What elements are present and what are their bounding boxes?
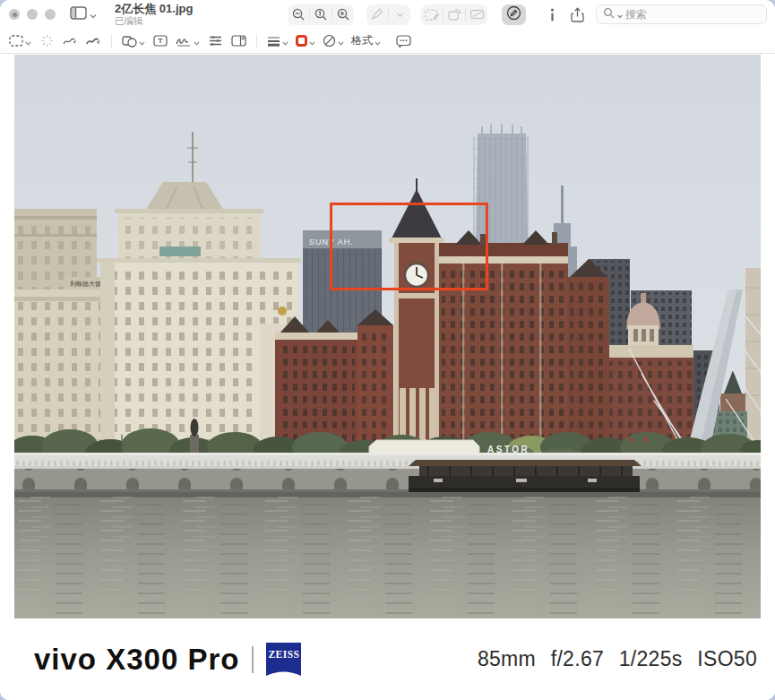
- adjust-color-button[interactable]: [205, 31, 225, 51]
- text-tool-button[interactable]: [151, 31, 170, 51]
- search-chevron-icon: [617, 6, 623, 22]
- river-water: [14, 492, 761, 618]
- white-canopy: [369, 440, 479, 454]
- selection-markup-button[interactable]: [421, 4, 443, 25]
- document-title-block: 2亿长焦 01.jpg 已编辑: [115, 3, 193, 27]
- document-title: 2亿长焦 01.jpg: [115, 3, 193, 16]
- sidebar-toggle-button[interactable]: [70, 6, 97, 23]
- brand-wordmark: vivo X300 Pro: [34, 643, 239, 677]
- photo-image[interactable]: 利顺德大饭店 ASTOR HOTEL: [14, 55, 761, 618]
- chevron-down-icon: [282, 33, 288, 49]
- crop-button[interactable]: [466, 4, 487, 25]
- sign-tool-button[interactable]: [174, 31, 202, 51]
- document-status: 已编辑: [115, 15, 193, 26]
- marker-pen-button[interactable]: [366, 4, 388, 25]
- share-button[interactable]: [567, 4, 587, 25]
- format-label: 格式: [351, 33, 373, 48]
- sidebar-icon: [70, 6, 87, 23]
- shapes-tool-button[interactable]: [120, 31, 147, 51]
- markup-toolbar-toggle-button[interactable]: [502, 4, 526, 25]
- marker-button-group: [366, 4, 410, 25]
- text-format-button[interactable]: 格式: [349, 31, 383, 51]
- edit-button-group: [421, 4, 487, 25]
- rotate-button[interactable]: [443, 4, 465, 25]
- annotation-rectangle[interactable]: [330, 203, 488, 290]
- brand-divider: [252, 646, 254, 673]
- zeiss-logo: ZEISS: [266, 643, 301, 676]
- markup-toolbar: 格式: [0, 29, 775, 54]
- shape-style-button[interactable]: [265, 31, 290, 51]
- info-button[interactable]: [542, 4, 562, 25]
- chevron-down-icon: [338, 33, 344, 49]
- zoom-window-button[interactable]: [45, 9, 56, 20]
- preview-window: 2亿长焦 01.jpg 已编辑: [0, 0, 775, 700]
- markup-pencil-icon: [506, 5, 521, 24]
- zoom-in-button[interactable]: [332, 4, 354, 25]
- border-color-swatch: [296, 35, 307, 47]
- pier-boat: [409, 460, 642, 492]
- zoom-out-button[interactable]: [288, 4, 309, 25]
- fill-color-button[interactable]: [321, 31, 346, 51]
- chevron-down-icon: [194, 33, 200, 49]
- zoom-button-group: [288, 4, 354, 25]
- selection-tool-button[interactable]: [7, 31, 33, 51]
- watermark-strip: vivo X300 Pro ZEISS 85mm f/2.67 1/225s I…: [0, 618, 775, 700]
- exif-info: 85mm f/2.67 1/225s ISO50: [478, 647, 775, 671]
- actual-size-button[interactable]: [310, 4, 332, 25]
- instant-alpha-button[interactable]: [37, 31, 56, 51]
- draw-tool-button[interactable]: [83, 31, 103, 51]
- marker-pen-chevron[interactable]: [389, 4, 410, 25]
- document-canvas: 利顺德大饭店 ASTOR HOTEL: [0, 54, 775, 700]
- chevron-down-icon: [375, 33, 381, 49]
- chevron-down-icon: [139, 33, 145, 49]
- photo-canvas: 利顺德大饭店 ASTOR HOTEL: [14, 55, 761, 618]
- close-button[interactable]: [9, 9, 20, 20]
- sketch-tool-button[interactable]: [60, 31, 80, 51]
- search-icon: [603, 6, 615, 22]
- chevron-down-icon: [25, 33, 31, 49]
- traffic-lights: [9, 9, 56, 20]
- chevron-down-icon: [90, 6, 97, 22]
- annotation-comment-button[interactable]: [393, 31, 413, 51]
- brand-lockup: vivo X300 Pro ZEISS: [0, 643, 301, 677]
- title-bar: 2亿长焦 01.jpg 已编辑: [0, 0, 775, 29]
- chevron-down-icon: [309, 33, 315, 49]
- search-placeholder: 搜索: [625, 7, 647, 22]
- crop-panel-button[interactable]: [228, 31, 248, 51]
- minimize-button[interactable]: [27, 9, 38, 20]
- search-field[interactable]: 搜索: [596, 4, 767, 24]
- border-color-button[interactable]: [294, 31, 317, 51]
